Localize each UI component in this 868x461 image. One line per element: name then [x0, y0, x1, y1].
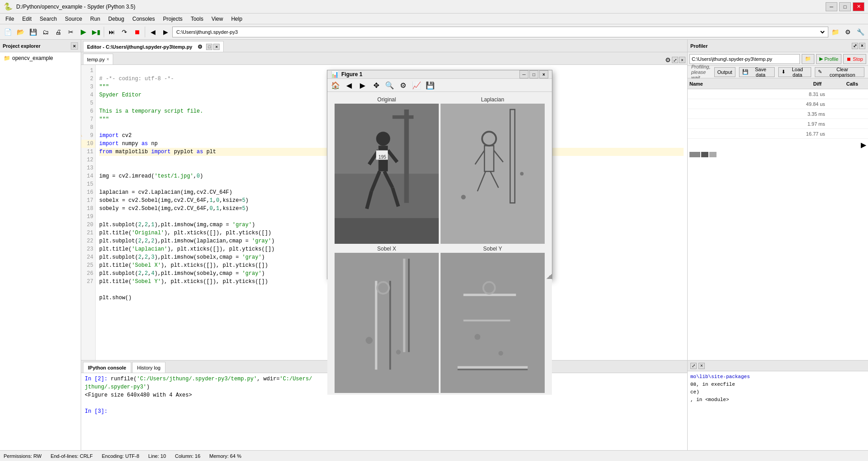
profiler-toolbar: 📁 ▶ Profile ⏹ Stop [688, 52, 868, 66]
menu-projects[interactable]: Projects [160, 15, 186, 23]
editor-close2-btn[interactable]: × [679, 57, 685, 63]
profiler-status: Profiling, please wait... [691, 64, 711, 80]
step-button[interactable]: ↷ [119, 26, 130, 38]
menu-edit[interactable]: Edit [18, 15, 35, 23]
back-tool-btn[interactable]: ◀ [343, 79, 355, 91]
expand-icon[interactable]: ▶ [861, 141, 866, 149]
profiler-browse-btn[interactable]: 📁 [802, 54, 814, 64]
subplot-original-label: Original [377, 96, 396, 103]
env-button[interactable]: 🔧 [854, 26, 866, 38]
file-tab-close[interactable]: × [106, 57, 109, 62]
maximize-button[interactable]: □ [839, 2, 851, 11]
load-data-button[interactable]: ⬇ Load data [778, 67, 811, 77]
zoom-tool-btn[interactable]: 🔍 [383, 79, 396, 91]
figure-close-btn[interactable]: × [539, 70, 548, 78]
save-all-button[interactable]: 🗂 [40, 26, 51, 38]
figure-resize-handle[interactable] [547, 274, 552, 279]
profiler-secondary-bar: Profiling, please wait... Output 💾 Save … [688, 66, 868, 78]
console-tab-ipython[interactable]: IPython console [83, 362, 131, 373]
save-file-button[interactable]: 💾 [27, 26, 39, 38]
minimize-button[interactable]: ─ [826, 2, 837, 11]
menu-view[interactable]: View [208, 15, 227, 23]
home-tool-btn[interactable]: 🏠 [329, 79, 342, 91]
subplot-original: Original [335, 96, 439, 244]
figure-maximize-btn[interactable]: □ [529, 70, 538, 78]
col-name-header: Name [689, 81, 789, 87]
subplot-sobel-x: Sobel X [335, 246, 439, 393]
project-explorer-title: Project explorer [3, 43, 41, 49]
prof-row-1[interactable]: 49.84 us [688, 99, 868, 109]
menu-run[interactable]: Run [87, 15, 104, 23]
svg-point-40 [498, 351, 503, 356]
figure-minimize-btn[interactable]: ─ [519, 70, 528, 78]
menu-debug[interactable]: Debug [105, 15, 128, 23]
prof-row-3[interactable]: 1.97 ms [688, 119, 868, 129]
close-editor-btn[interactable]: × [213, 44, 220, 50]
close-button[interactable]: ✕ [853, 2, 864, 11]
clear-comparison-button[interactable]: ✎ Clear comparison [815, 67, 864, 77]
menu-file[interactable]: File [2, 15, 18, 23]
save-data-button[interactable]: 💾 Save data [739, 67, 775, 77]
svg-point-4 [376, 132, 390, 146]
figure-title-bar[interactable]: 📊 Figure 1 ─ □ × [327, 70, 552, 79]
prof-row-4[interactable]: 16.77 us [688, 129, 868, 139]
profiler-bottom-float[interactable]: ⤢ [690, 363, 697, 369]
menu-source[interactable]: Source [61, 15, 86, 23]
run-cell-button[interactable]: ▶▮ [90, 26, 102, 38]
editor-settings-icon[interactable]: ⚙ [665, 56, 671, 64]
browse-button[interactable]: 📁 [829, 26, 841, 38]
bottom-line2: ce) [690, 389, 699, 395]
prof-row-2[interactable]: 3.35 ms [688, 109, 868, 119]
console-tab-history[interactable]: History log [132, 362, 165, 373]
stop-button[interactable]: ⏹ [131, 26, 143, 38]
path-selector[interactable]: C:\Users\jthung\.spyder-py3 [175, 29, 826, 35]
debug-button[interactable]: ⏭ [106, 26, 118, 38]
profiler-path-input[interactable] [689, 54, 800, 64]
gray-indicator [689, 152, 700, 157]
figure-title-controls[interactable]: ─ □ × [519, 70, 548, 78]
open-file-button[interactable]: 📂 [14, 26, 26, 38]
profiler-title: Profiler [690, 43, 708, 49]
subplot-sobel-x-label: Sobel X [377, 246, 396, 252]
run-icon[interactable]: ▶ [78, 26, 89, 38]
svg-point-23 [461, 195, 466, 199]
profiler-bottom-close[interactable]: × [698, 363, 705, 369]
profiler-close-btn[interactable]: × [859, 43, 865, 49]
main-toolbar: 📄 📂 💾 🗂 🖨 ✂ ▶ ▶▮ ⏭ ↷ ⏹ ◀ ▶ C:\Users\jthu… [0, 24, 868, 40]
profiler-data[interactable]: 8.31 us 49.84 us 3.35 ms 1.97 ms 16.77 u [688, 89, 868, 360]
settings-button[interactable]: ⚙ [842, 26, 854, 38]
forward-tool-btn[interactable]: ▶ [356, 79, 369, 91]
ipython-tab-label: IPython console [88, 365, 126, 370]
dark-indicator [701, 152, 708, 157]
back-nav-button[interactable]: ◀ [147, 26, 159, 38]
window-controls[interactable]: ─ □ ✕ [826, 2, 864, 11]
fwd-nav-button[interactable]: ▶ [160, 26, 171, 38]
expand-area: ▶ [688, 139, 868, 151]
profile-button[interactable]: ▶ Profile [816, 54, 841, 64]
profiler-float-btn[interactable]: ⤢ [852, 43, 858, 49]
menu-help[interactable]: Help [228, 15, 246, 23]
output-button[interactable]: Output [714, 67, 735, 77]
pan-tool-btn[interactable]: ✥ [370, 79, 382, 91]
file-tab-temp[interactable]: temp.py × [83, 54, 113, 64]
svg-rect-2 [404, 110, 409, 203]
settings-icon[interactable]: ⚙ [197, 44, 202, 50]
menu-consoles[interactable]: Consoles [129, 15, 158, 23]
menu-tools[interactable]: Tools [187, 15, 207, 23]
svg-point-24 [520, 172, 524, 176]
menu-search[interactable]: Search [36, 15, 60, 23]
project-folder-item[interactable]: 📁 opencv_example [2, 54, 79, 62]
editor-tab-temp[interactable]: Editor - C:\Users\jthung\.spyder-py3\tem… [83, 41, 224, 52]
prof-row-0[interactable]: 8.31 us [688, 89, 868, 99]
cut-button[interactable]: ✂ [65, 26, 77, 38]
maximize-editor-btn[interactable]: □ [206, 44, 212, 50]
editor-float-btn[interactable]: ⤢ [672, 57, 678, 63]
config-tool-btn[interactable]: ⚙ [397, 79, 409, 91]
print-button[interactable]: 🖨 [52, 26, 64, 38]
panel-close-button[interactable]: × [71, 42, 78, 50]
project-name-label: opencv_example [12, 55, 53, 61]
save-figure-btn[interactable]: 💾 [424, 79, 436, 91]
new-file-button[interactable]: 📄 [2, 26, 14, 38]
stop-button[interactable]: ⏹ Stop [843, 54, 866, 64]
line-tool-btn[interactable]: 📈 [410, 79, 423, 91]
